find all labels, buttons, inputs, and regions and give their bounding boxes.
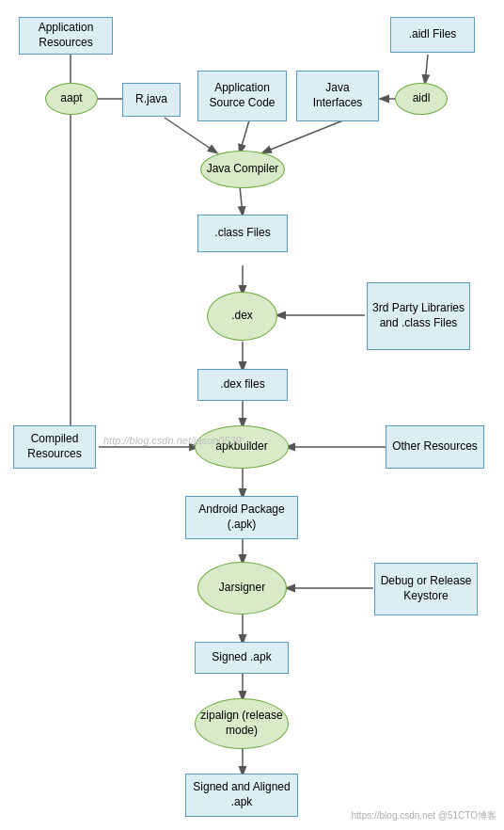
android-package-box: Android Package (.apk) — [185, 496, 298, 539]
apkbuilder-oval: apkbuilder — [195, 425, 289, 469]
compiled-resources-box: Compiled Resources — [13, 425, 96, 469]
svg-line-2 — [165, 118, 216, 152]
aidl-files-box: .aidl Files — [390, 17, 475, 53]
svg-line-7 — [240, 186, 243, 215]
svg-line-3 — [240, 120, 249, 152]
rjava-box: R.java — [122, 83, 181, 117]
other-resources-box: Other Resources — [386, 425, 484, 469]
watermark: http://blog.csdn.net/jason0539 — [103, 435, 242, 446]
dex-files-box: .dex files — [197, 369, 288, 401]
aapt-oval: aapt — [45, 83, 98, 115]
java-interfaces-box: Java Interfaces — [296, 71, 379, 121]
signed-aligned-box: Signed and Aligned .apk — [185, 774, 298, 817]
svg-line-6 — [425, 55, 428, 83]
jarsigner-oval: Jarsigner — [197, 562, 287, 615]
java-compiler-oval: Java Compiler — [200, 151, 285, 188]
app-resources-box: Application Resources — [19, 17, 113, 55]
debug-release-box: Debug or Release Keystore — [374, 563, 478, 615]
aidl-oval: aidl — [395, 83, 448, 115]
dex-oval: .dex — [207, 292, 277, 341]
zipalign-oval: zipalign (release mode) — [195, 698, 289, 749]
bottom-watermark: https://blog.csdn.net @51CTO博客 — [352, 809, 496, 822]
signed-apk-box: Signed .apk — [195, 642, 289, 674]
svg-line-4 — [263, 120, 343, 152]
class-files-box: .class Files — [197, 215, 288, 252]
diagram: Application Resources .aidl Files aapt R… — [0, 0, 504, 830]
app-source-box: Application Source Code — [197, 71, 287, 121]
third-party-box: 3rd Party Libraries and .class Files — [367, 282, 470, 350]
